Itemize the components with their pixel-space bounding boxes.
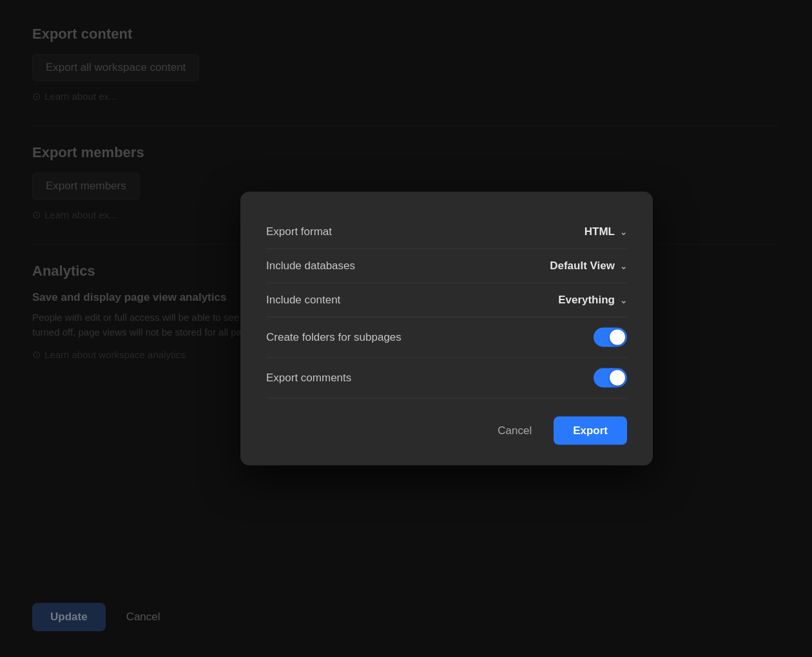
create-folders-label: Create folders for subpages xyxy=(266,331,401,344)
include-content-row: Include content Everything ⌄ xyxy=(266,283,627,318)
export-comments-toggle-thumb xyxy=(610,370,625,386)
include-databases-row: Include databases Default View ⌄ xyxy=(266,249,627,283)
modal-footer: Cancel Export xyxy=(266,417,627,445)
include-databases-chevron-icon: ⌄ xyxy=(620,261,627,271)
include-content-chevron-icon: ⌄ xyxy=(620,295,627,305)
include-databases-label: Include databases xyxy=(266,260,355,272)
modal-export-button[interactable]: Export xyxy=(554,417,627,445)
modal-cancel-button[interactable]: Cancel xyxy=(486,418,543,444)
export-format-row: Export format HTML ⌄ xyxy=(266,215,627,249)
export-format-select[interactable]: HTML ⌄ xyxy=(585,225,627,238)
export-modal: Export format HTML ⌄ Include databases D… xyxy=(240,192,653,466)
include-content-select[interactable]: Everything ⌄ xyxy=(558,294,627,307)
export-comments-toggle[interactable] xyxy=(594,368,627,388)
include-databases-select[interactable]: Default View ⌄ xyxy=(550,260,627,272)
export-format-value: HTML xyxy=(585,225,615,238)
create-folders-toggle[interactable] xyxy=(594,328,627,347)
create-folders-toggle-thumb xyxy=(610,330,625,345)
export-format-chevron-icon: ⌄ xyxy=(620,227,627,236)
create-folders-row: Create folders for subpages xyxy=(266,318,627,358)
export-format-label: Export format xyxy=(266,225,332,238)
include-content-label: Include content xyxy=(266,294,340,307)
include-databases-value: Default View xyxy=(550,260,615,272)
export-comments-row: Export comments xyxy=(266,358,627,399)
include-content-value: Everything xyxy=(558,294,615,307)
export-comments-label: Export comments xyxy=(266,372,351,385)
